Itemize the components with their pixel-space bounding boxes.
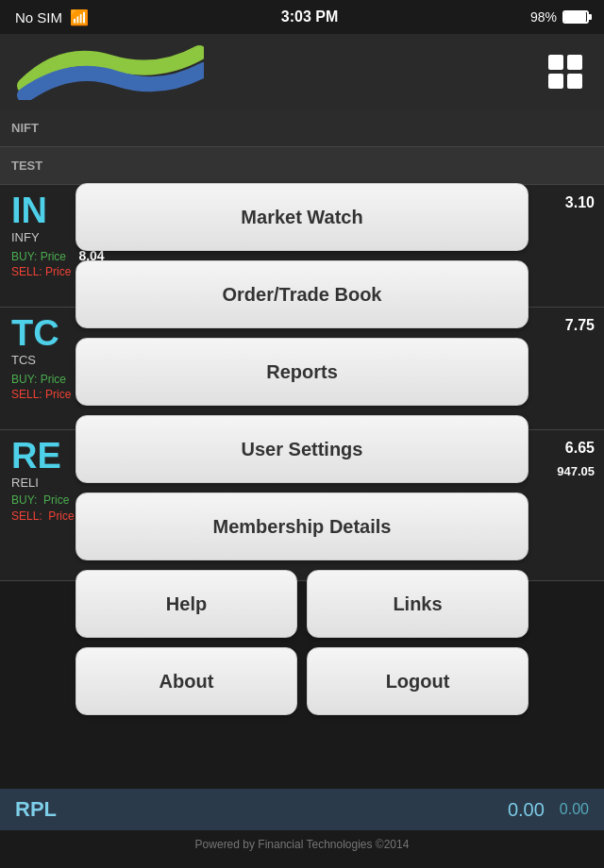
status-bar: No SIM 📶 3:03 PM 98% [0, 0, 604, 34]
carrier-label: No SIM [15, 9, 62, 25]
grid-menu-button[interactable] [542, 48, 589, 95]
about-button[interactable]: About [76, 647, 297, 715]
reports-button[interactable]: Reports [76, 338, 528, 406]
app-logo [15, 43, 204, 100]
market-watch-button[interactable]: Market Watch [76, 183, 528, 251]
help-button[interactable]: Help [76, 570, 297, 638]
battery-icon [562, 10, 589, 24]
status-right: 98% [530, 9, 589, 25]
links-button[interactable]: Links [307, 570, 528, 638]
main-content-area: NIFT TEST IN INFY BUY: Price 8.04 [0, 109, 604, 789]
menu-overlay: Market Watch Order/Trade Book Reports Us… [0, 109, 604, 789]
status-left: No SIM 📶 [15, 8, 89, 26]
bottom-bar: RPL 0.00 0.00 [0, 789, 604, 830]
app-header [0, 34, 604, 109]
footer-bar: Powered by Financial Technologies ©2014 [0, 830, 604, 859]
logout-button[interactable]: Logout [307, 647, 528, 715]
footer-text: Powered by Financial Technologies ©2014 [195, 838, 410, 851]
order-trade-book-button[interactable]: Order/Trade Book [76, 260, 528, 328]
battery-percent: 98% [530, 9, 557, 25]
wifi-icon: 📶 [70, 8, 89, 26]
user-settings-button[interactable]: User Settings [76, 415, 528, 483]
logo-area [15, 43, 204, 100]
time-label: 3:03 PM [281, 8, 338, 25]
membership-details-button[interactable]: Membership Details [76, 492, 528, 560]
rpl-sub-value: 0.00 [560, 801, 589, 818]
rpl-value: 0.00 [508, 799, 545, 821]
grid-icon [548, 55, 582, 89]
about-logout-row: About Logout [76, 647, 528, 715]
rpl-label: RPL [15, 797, 57, 822]
help-links-row: Help Links [76, 570, 528, 638]
